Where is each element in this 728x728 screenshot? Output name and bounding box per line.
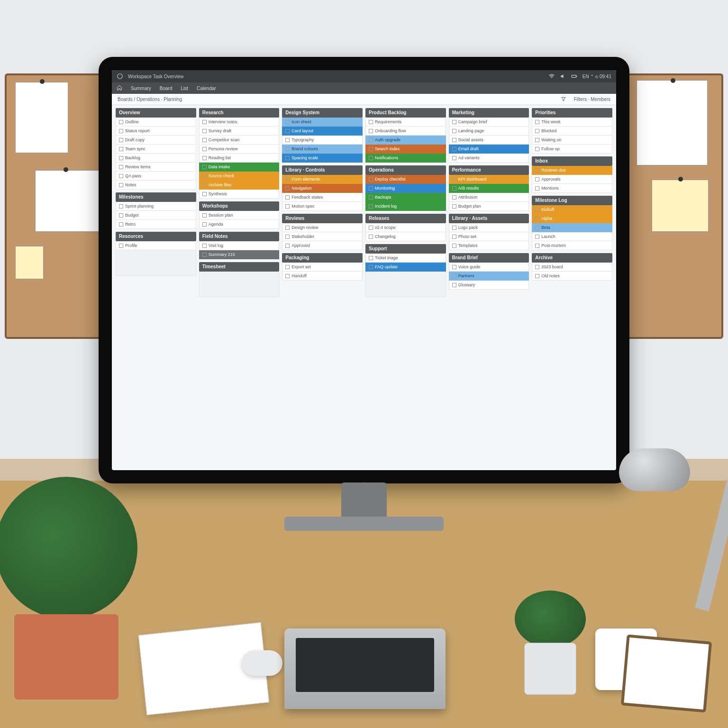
task-card[interactable]: Approvals	[532, 175, 612, 184]
checkbox-icon[interactable]	[202, 192, 207, 196]
section-header[interactable]: Timesheet	[199, 262, 280, 272]
column-header[interactable]: Marketing	[449, 108, 529, 118]
task-card[interactable]: Changelog	[365, 232, 446, 241]
task-card[interactable]: Backups	[365, 193, 446, 202]
task-card[interactable]: This week	[532, 118, 612, 127]
checkbox-icon[interactable]	[119, 222, 123, 227]
task-card[interactable]: Mentions	[532, 184, 612, 193]
section-header[interactable]: Performance	[449, 165, 529, 175]
task-card[interactable]: Visit log	[199, 241, 280, 250]
section-header[interactable]: Operations	[365, 165, 446, 175]
checkbox-icon[interactable]	[202, 244, 207, 248]
checkbox-icon[interactable]	[452, 274, 456, 278]
menu-calendar[interactable]: Calendar	[197, 86, 216, 91]
task-card[interactable]: FAQ update	[365, 263, 446, 272]
task-card[interactable]: Waiting on	[532, 136, 612, 145]
checkbox-icon[interactable]	[369, 204, 373, 209]
task-card[interactable]: Session plan	[199, 211, 280, 220]
checkbox-icon[interactable]	[452, 265, 456, 269]
section-header[interactable]: Archive	[532, 253, 612, 263]
checkbox-icon[interactable]	[119, 244, 123, 248]
task-card[interactable]: Logo pack	[449, 223, 529, 232]
task-card[interactable]: Design review	[282, 223, 363, 232]
task-card[interactable]: Beta	[532, 223, 612, 232]
checkbox-icon[interactable]	[452, 156, 456, 160]
task-card[interactable]: Search index	[365, 145, 446, 154]
board-column[interactable]: Product BacklogRequirementsOnboarding fl…	[365, 108, 446, 297]
checkbox-icon[interactable]	[285, 244, 290, 248]
column-header[interactable]: Product Backlog	[365, 108, 446, 118]
task-card[interactable]: Source check	[199, 172, 280, 181]
section-header[interactable]: Library · Controls	[282, 165, 363, 175]
task-card[interactable]: Draft copy	[116, 136, 196, 145]
task-card[interactable]: Navigation	[282, 184, 363, 193]
checkbox-icon[interactable]	[535, 217, 539, 221]
checkbox-icon[interactable]	[119, 147, 123, 151]
menu-list[interactable]: List	[181, 86, 188, 91]
task-card[interactable]: A/B results	[449, 184, 529, 193]
section-header[interactable]: Milestone Log	[532, 196, 612, 205]
checkbox-icon[interactable]	[535, 265, 539, 269]
task-card[interactable]: Budget	[116, 211, 196, 220]
checkbox-icon[interactable]	[119, 174, 123, 178]
checkbox-icon[interactable]	[369, 147, 373, 151]
task-card[interactable]: Data intake	[199, 163, 280, 172]
section-header[interactable]: Resources	[116, 232, 196, 241]
task-card[interactable]: Motion spec	[282, 202, 363, 211]
task-card[interactable]: Reading list	[199, 154, 280, 163]
task-card[interactable]: Old notes	[532, 272, 612, 281]
section-header[interactable]: Field Notes	[199, 232, 280, 241]
checkbox-icon[interactable]	[369, 256, 373, 260]
board-column[interactable]: PrioritiesThis weekBlockedWaiting onFoll…	[532, 108, 612, 297]
checkbox-icon[interactable]	[369, 156, 373, 160]
task-card[interactable]: Synthesis	[199, 190, 280, 199]
board-column[interactable]: MarketingCampaign briefLanding pageSocia…	[449, 108, 529, 297]
board-column[interactable]: ResearchInterview notesSurvey draftCompe…	[199, 108, 280, 297]
task-card[interactable]: Form elements	[282, 175, 363, 184]
checkbox-icon[interactable]	[202, 156, 207, 160]
task-card[interactable]: Interview notes	[199, 118, 280, 127]
task-card[interactable]: Ticket triage	[365, 254, 446, 263]
checkbox-icon[interactable]	[535, 147, 539, 151]
checkbox-icon[interactable]	[452, 195, 456, 200]
checkbox-icon[interactable]	[202, 253, 207, 257]
task-card[interactable]: Attribution	[449, 193, 529, 202]
checkbox-icon[interactable]	[285, 186, 290, 191]
task-card[interactable]: Ad variants	[449, 154, 529, 163]
checkbox-icon[interactable]	[369, 226, 373, 230]
task-card[interactable]: Partners	[449, 272, 529, 281]
task-card[interactable]: Export set	[282, 263, 363, 272]
task-card[interactable]: Follow up	[532, 145, 612, 154]
section-header[interactable]: Workshops	[199, 201, 280, 211]
checkbox-icon[interactable]	[535, 120, 539, 124]
checkbox-icon[interactable]	[202, 222, 207, 227]
task-card[interactable]: Voice guide	[449, 263, 529, 272]
checkbox-icon[interactable]	[202, 213, 207, 218]
checkbox-icon[interactable]	[119, 183, 123, 187]
task-card[interactable]: 2023 board	[532, 263, 612, 272]
task-card[interactable]: Auth upgrade	[365, 136, 446, 145]
checkbox-icon[interactable]	[452, 129, 456, 133]
task-card[interactable]: Approved	[282, 241, 363, 250]
task-card[interactable]: Incident log	[365, 202, 446, 211]
checkbox-icon[interactable]	[369, 235, 373, 239]
task-card[interactable]: Handoff	[282, 272, 363, 281]
task-card[interactable]: Survey draft	[199, 127, 280, 136]
checkbox-icon[interactable]	[119, 138, 123, 142]
task-card[interactable]: Icon sheet	[282, 118, 363, 127]
task-card[interactable]: Brand colours	[282, 145, 363, 154]
task-card[interactable]: Templates	[449, 241, 529, 250]
task-card[interactable]: v2.4 scope	[365, 223, 446, 232]
checkbox-icon[interactable]	[452, 120, 456, 124]
checkbox-icon[interactable]	[202, 174, 207, 178]
checkbox-icon[interactable]	[285, 156, 290, 160]
task-card[interactable]: Backlog	[116, 154, 196, 163]
checkbox-icon[interactable]	[452, 244, 456, 248]
checkbox-icon[interactable]	[452, 138, 456, 142]
task-card[interactable]: Persona review	[199, 145, 280, 154]
checkbox-icon[interactable]	[452, 147, 456, 151]
checkbox-icon[interactable]	[285, 265, 290, 269]
checkbox-icon[interactable]	[285, 147, 290, 151]
board-column[interactable]: OverviewOutlineStatus reportDraft copyTe…	[116, 108, 196, 297]
app-menu-icon[interactable]	[117, 73, 123, 80]
